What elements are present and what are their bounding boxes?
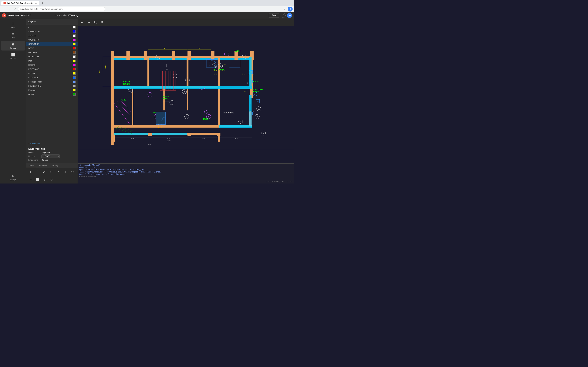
address-bar[interactable]: Autodesk, Inc. [US] | https://web.autoca… [18,7,105,11]
sidebar-item-views[interactable]: ⊞ Views [1,20,25,30]
sidebar-item-prop[interactable]: ≡ Prop. [1,31,25,40]
tool-circle[interactable]: ⊕ [63,169,68,175]
linetype-value-container: HIDDEN CONTINUOUS DASHED CENTER PHANTOM [42,154,60,158]
tool-trim[interactable]: ✂ [49,169,54,175]
tool-row-1: ✛ ⌒ ✂ △ ⊕ 〇 [26,168,78,176]
layer-item[interactable]: Framing [26,88,78,92]
layer-item[interactable]: ASHADE [26,33,78,38]
tab-title: AutoCAD Web App - Online C... [7,2,34,4]
tool-polyline[interactable] [42,169,47,175]
layer-color-swatch [73,51,76,54]
help-button[interactable]: ? [281,13,285,18]
layer-color-swatch [73,47,76,50]
layer-item[interactable]: Grade [26,92,78,96]
layer-color-swatch [73,34,76,37]
tool-arc[interactable]: ⌒ [35,169,40,175]
cmd-line-1: (3)Command: *Cancel* [79,164,293,166]
svg-text:DINING: DINING [162,98,169,100]
layer-item[interactable]: COUNTERS [26,42,78,46]
svg-text:3: 3 [226,53,227,55]
layer-item[interactable]: DOORS [26,63,78,67]
browser-tab[interactable]: AutoCAD Web App - Online C... ✕ [1,1,39,5]
layer-item[interactable]: FOUNDATION [26,84,78,88]
user-avatar[interactable]: JD [287,13,292,18]
layer-color-swatch [73,85,76,87]
svg-rect-144 [249,112,252,126]
create-new-button[interactable]: + Create new [26,141,78,146]
command-input[interactable] [81,176,293,178]
tool-copy[interactable]: ⧉ [42,177,47,183]
svg-text:SINGLE: SINGLE [249,111,254,112]
draw-undo-button[interactable]: ↩ [79,20,85,25]
tab-annotate[interactable]: Annotate [36,163,50,168]
svg-text:W: W [257,100,259,102]
svg-rect-14 [211,51,215,60]
forward-button[interactable]: → [7,7,12,11]
app: A AUTODESK AUTOCAD Home › Mount View.dwg… [0,12,294,184]
svg-text:10: 10 [129,90,131,92]
layer-item[interactable]: Deck Line [26,50,78,55]
tool-hatch[interactable]: △ [56,169,61,175]
layer-color-swatch [73,26,76,28]
sidebar-item-layers[interactable]: ⧉ Layers [1,41,25,50]
layer-name: Framing [28,89,72,91]
tool-undo[interactable]: ↩ [28,177,33,183]
svg-rect-12 [172,51,175,60]
create-new-icon: + [28,143,29,145]
svg-line-1 [96,23,97,23]
svg-line-5 [103,23,103,23]
svg-text:1: 1 [149,94,150,96]
layer-item[interactable]: DEFPOINTS [26,55,78,59]
tab-favicon [3,2,6,4]
tab-modify[interactable]: Modify [50,163,61,168]
layer-item[interactable]: FLOOR [26,71,78,75]
layer-color-swatch [73,64,76,66]
layer-item[interactable]: APPLIANCES [26,29,78,33]
drawing-toolbar: ↩ ↪ [78,19,294,26]
breadcrumb-file: Mount View.dwg [63,14,78,17]
svg-rect-141 [152,133,187,135]
layers-list[interactable]: 0 APPLIANCES ASHADE CABINETRY COUNTERS D… [26,25,78,141]
svg-text:1: 1 [160,125,160,127]
breadcrumb-home[interactable]: Home [54,14,60,17]
layer-item[interactable]: Footings - Deck [26,80,78,84]
layer-item[interactable]: 0 [26,25,78,29]
svg-text:DECK: DECK [121,99,126,101]
draw-redo-button[interactable]: ↪ [86,20,92,25]
svg-rect-19 [113,57,114,135]
name-value: Log Beam [42,151,50,154]
refresh-button[interactable]: ↺ [13,7,17,11]
tool-polygon[interactable]: ⬡ [49,177,54,183]
cad-canvas[interactable]: 10'-0" 34'-6" 7'-0" 7'-0" 1'-11" 3'-1" 4… [78,26,294,163]
back-button[interactable]: ← [1,7,6,11]
svg-rect-10 [126,51,130,60]
linetype-select[interactable]: HIDDEN CONTINUOUS DASHED CENTER PHANTOM [42,154,60,158]
name-label: Name [28,151,42,154]
nav-icons: ☆ J [282,7,293,12]
svg-rect-6 [101,22,102,23]
tool-ellipse[interactable]: 〇 [70,169,75,175]
layer-item[interactable]: DECK [26,46,78,50]
tab-draw[interactable]: Draw [26,163,36,168]
save-button[interactable]: Save [269,13,279,17]
layer-name: DEFPOINTS [28,56,72,58]
tab-close-button[interactable]: ✕ [35,2,37,4]
new-tab-button[interactable]: + [40,1,45,5]
bookmark-icon[interactable]: ☆ [282,7,287,12]
tool-rect[interactable]: ⬜ [35,177,40,183]
sidebar-blocks-label: Blocks [10,58,16,59]
sidebar-item-blocks[interactable]: ⬜ Blocks [1,51,25,61]
draw-zoom-button[interactable] [93,20,98,25]
layer-item[interactable]: FIREPLACE [26,67,78,71]
layer-name: COUNTERS [28,43,72,45]
layers-panel: Layers 0 APPLIANCES ASHADE CABINETRY COU… [26,19,78,184]
svg-text:BAY  WINDOW: BAY WINDOW [224,112,234,114]
svg-text:A: A [157,57,158,58]
tool-crosshair[interactable]: ✛ [28,169,33,175]
layer-item[interactable]: CABINETRY [26,38,78,42]
sidebar-item-settings[interactable]: ⚙ Settings [1,173,25,182]
draw-window-zoom-button[interactable] [99,20,105,25]
layer-item[interactable]: FOOTINGS [26,75,78,80]
layer-item[interactable]: DIM [26,59,78,63]
profile-icon[interactable]: J [288,7,293,12]
